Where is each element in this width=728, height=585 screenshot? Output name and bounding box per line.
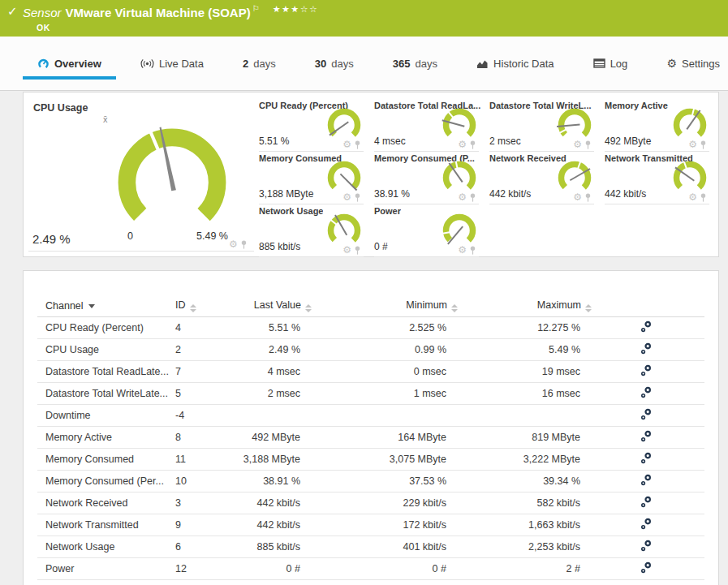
gauge-card[interactable]: Memory Active 492 MByte ⚙: [605, 99, 720, 152]
main-gauge-card[interactable]: CPU Usage x̄ 2.49 % 0 5.49 % ⚙: [24, 92, 259, 256]
gauge-card[interactable]: Power 0 # ⚙: [374, 204, 489, 257]
flag-icon[interactable]: ⚐: [252, 4, 260, 13]
tab-overview[interactable]: Overview: [37, 37, 101, 90]
tab-live-data[interactable]: Live Data: [140, 37, 204, 90]
gauge-card[interactable]: Memory Consumed 3,188 MByte ⚙: [259, 152, 374, 204]
pin-icon[interactable]: [354, 140, 361, 149]
pin-icon[interactable]: [354, 246, 361, 255]
last-value-cell: 2 msec: [224, 382, 313, 404]
channel-settings-icon[interactable]: [640, 320, 652, 333]
tab-2-days[interactable]: 2days: [243, 37, 276, 90]
table-row[interactable]: Memory Consumed 11 3,188 MByte 3,075 MBy…: [37, 448, 704, 470]
gear-icon: ⚙: [666, 58, 677, 69]
minimum-cell: 0 #: [313, 557, 459, 579]
pin-icon[interactable]: [700, 193, 707, 202]
column-header-id[interactable]: ID: [175, 295, 224, 316]
minimum-cell: 0 msec: [313, 360, 459, 382]
channel-name-cell: Network Usage: [37, 536, 175, 557]
column-header-minimum[interactable]: Minimum: [313, 295, 459, 316]
table-row[interactable]: Power 12 0 # 0 # 2 #: [37, 557, 704, 579]
channel-settings-icon[interactable]: [640, 364, 652, 376]
channel-settings-icon[interactable]: [640, 408, 652, 420]
table-row[interactable]: Memory Consumed (Per... 10 38.91 % 37.53…: [37, 470, 704, 492]
column-header-maximum[interactable]: Maximum: [459, 295, 593, 316]
gauge-card[interactable]: Datastore Total ReadLa... 4 msec ⚙: [374, 99, 489, 152]
maximum-cell: 2 #: [459, 557, 593, 579]
tab-label: Overview: [54, 58, 101, 70]
channel-name-cell: Memory Consumed: [37, 448, 175, 470]
gauge-label: Power: [374, 206, 401, 216]
table-row[interactable]: Datastore Total ReadLate... 7 4 msec 0 m…: [37, 360, 704, 382]
gauge-card[interactable]: Network Transmitted 442 kbit/s ⚙: [605, 152, 720, 204]
channel-id-cell: 5: [175, 382, 224, 404]
pin-icon[interactable]: [469, 193, 476, 202]
table-row[interactable]: Datastore Total WriteLate... 5 2 msec 1 …: [37, 382, 704, 404]
tab-365-days[interactable]: 365days: [393, 37, 437, 90]
tab-label: Settings: [682, 58, 720, 70]
table-row[interactable]: Network Transmitted 9 442 kbit/s 172 kbi…: [37, 514, 704, 536]
pin-icon[interactable]: [354, 193, 361, 202]
minimum-cell: 1 msec: [313, 382, 459, 404]
table-row[interactable]: Network Received 3 442 kbit/s 229 kbit/s…: [37, 492, 704, 514]
gear-icon[interactable]: ⚙: [342, 140, 351, 149]
tab-bar: Overview Live Data 2days 30days 365days …: [0, 37, 728, 91]
pin-icon[interactable]: [584, 193, 592, 202]
channel-settings-icon[interactable]: [640, 540, 652, 552]
tab-label: Log: [610, 58, 628, 70]
maximum-cell: 819 MByte: [459, 426, 593, 448]
gauge-card[interactable]: CPU Ready (Percent) 5.51 % ⚙: [259, 99, 374, 152]
pin-icon[interactable]: [240, 240, 248, 249]
gear-icon[interactable]: ⚙: [688, 140, 697, 149]
gear-icon[interactable]: ⚙: [688, 192, 697, 202]
last-value-cell: 0 #: [224, 557, 313, 579]
gauge-card[interactable]: Memory Consumed (P... 38.91 % ⚙: [374, 152, 489, 204]
channel-settings-icon[interactable]: [640, 496, 652, 508]
channel-settings-icon[interactable]: [640, 452, 652, 464]
maximum-cell: 39.34 %: [459, 470, 593, 492]
pin-icon[interactable]: [469, 140, 476, 149]
table-header-row: Channel ID Last Value Minimum Maximum: [37, 295, 704, 316]
tab-30-days[interactable]: 30days: [315, 37, 354, 90]
channel-name-cell: Memory Active: [37, 426, 175, 448]
column-header-last-value[interactable]: Last Value: [224, 295, 313, 316]
table-row[interactable]: Memory Active 8 492 MByte 164 MByte 819 …: [37, 426, 704, 448]
status-badge: OK: [37, 23, 50, 32]
channel-settings-icon[interactable]: [640, 430, 652, 442]
channel-id-cell: 12: [175, 557, 224, 579]
pin-icon[interactable]: [700, 140, 707, 149]
gear-icon[interactable]: ⚙: [458, 140, 467, 149]
last-value-cell: 885 kbit/s: [224, 536, 313, 557]
gauge-value: 442 kbit/s: [605, 188, 646, 200]
gear-icon[interactable]: ⚙: [573, 192, 582, 202]
maximum-cell: 1,663 kbit/s: [459, 514, 593, 536]
sort-icon: [451, 304, 458, 312]
channel-settings-icon[interactable]: [640, 386, 652, 398]
gear-icon[interactable]: ⚙: [342, 192, 351, 202]
channel-settings-icon[interactable]: [640, 342, 652, 355]
channel-settings-icon[interactable]: [640, 474, 652, 486]
gauge-value: 442 kbit/s: [489, 188, 531, 200]
column-header-channel[interactable]: Channel: [37, 295, 175, 316]
table-row[interactable]: Downtime -4: [37, 404, 704, 426]
gear-icon[interactable]: ⚙: [229, 239, 238, 249]
gear-icon[interactable]: ⚙: [342, 245, 351, 255]
gear-icon[interactable]: ⚙: [573, 140, 582, 149]
table-row[interactable]: CPU Ready (Percent) 4 5.51 % 2.525 % 12.…: [37, 316, 704, 338]
gear-icon[interactable]: ⚙: [458, 245, 467, 255]
pin-icon[interactable]: [584, 140, 592, 149]
gear-icon[interactable]: ⚙: [458, 192, 467, 202]
channel-settings-icon[interactable]: [640, 561, 652, 574]
tab-historic-data[interactable]: Historic Data: [476, 37, 554, 90]
tab-settings[interactable]: ⚙ Settings: [666, 37, 720, 90]
channel-settings-icon[interactable]: [640, 518, 652, 530]
gauge-card[interactable]: Datastore Total WriteL... 2 msec ⚙: [489, 99, 605, 152]
chart-icon: [476, 58, 489, 69]
gauge-card[interactable]: Network Usage 885 kbit/s ⚙: [259, 204, 374, 257]
tab-log[interactable]: Log: [593, 37, 628, 90]
rating-stars[interactable]: ★★★☆☆: [273, 4, 319, 14]
table-row[interactable]: CPU Usage 2 2.49 % 0.99 % 5.49 %: [37, 338, 704, 360]
pin-icon[interactable]: [469, 246, 476, 255]
table-row[interactable]: Network Usage 6 885 kbit/s 401 kbit/s 2,…: [37, 536, 704, 557]
last-value-cell: 442 kbit/s: [224, 492, 313, 514]
gauge-card[interactable]: Network Received 442 kbit/s ⚙: [489, 152, 605, 204]
